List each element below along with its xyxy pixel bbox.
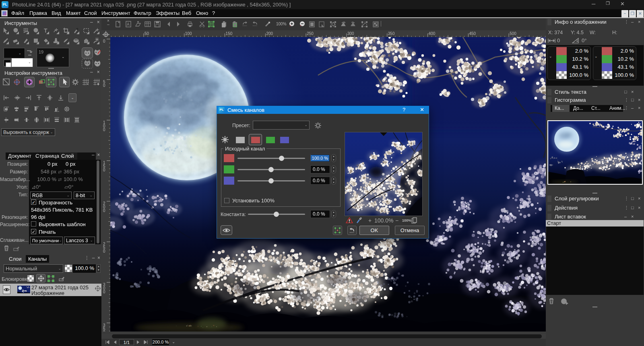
svg-text:0: 0 <box>103 39 105 43</box>
svg-text:100: 100 <box>185 31 192 36</box>
svg-text:400: 400 <box>429 31 436 36</box>
svg-text:0: 0 <box>103 290 105 294</box>
svg-text:0: 0 <box>103 83 105 88</box>
svg-text:250: 250 <box>307 31 314 36</box>
svg-text:350: 350 <box>388 31 395 36</box>
svg-text:50: 50 <box>144 31 149 36</box>
svg-text:0: 0 <box>103 168 105 172</box>
svg-text:A: A <box>127 22 130 27</box>
svg-text:500: 500 <box>510 31 516 36</box>
svg-text:0: 0 <box>103 128 105 132</box>
svg-text:300: 300 <box>347 31 354 36</box>
svg-text:150: 150 <box>226 31 233 36</box>
svg-text:0: 0 <box>103 208 105 213</box>
svg-text:0: 0 <box>103 249 105 253</box>
svg-text:200: 200 <box>266 31 273 36</box>
svg-text:450: 450 <box>469 31 476 36</box>
